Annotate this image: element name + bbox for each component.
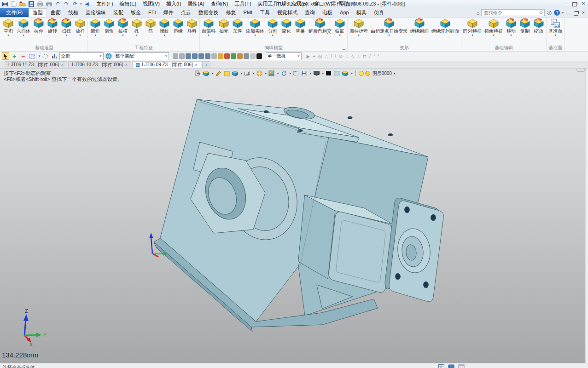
- chevron-down-icon[interactable]: ▾: [339, 34, 341, 37]
- menu-item-4[interactable]: 属性(A): [184, 0, 208, 8]
- 3d-model-part[interactable]: [0, 69, 588, 363]
- monitor-view-icon[interactable]: [448, 364, 454, 368]
- chevron-down-icon[interactable]: ▾: [388, 34, 390, 37]
- list-view-2-icon[interactable]: [192, 53, 198, 59]
- help-icon[interactable]: ?: [554, 10, 560, 16]
- pick-cursor-icon[interactable]: [2, 52, 9, 60]
- ribbon-button-1-5[interactable]: 螺纹▾: [157, 18, 171, 37]
- close-icon[interactable]: ×: [125, 62, 128, 68]
- list-view-4-icon[interactable]: [205, 53, 210, 59]
- ribbon-tab-4[interactable]: 装配: [110, 8, 127, 17]
- menu-item-6[interactable]: 工具(T): [231, 0, 254, 8]
- chevron-down-icon[interactable]: ▾: [554, 34, 556, 37]
- chevron-down-icon[interactable]: ▾: [493, 34, 495, 37]
- ribbon-tab-2[interactable]: 线框: [64, 8, 82, 17]
- document-tab-1[interactable]: LJT06.10.Z3 - [零件-006]×: [68, 61, 131, 68]
- menu-item-3[interactable]: 插入(I): [163, 0, 184, 8]
- ribbon-tab-14[interactable]: 查询: [301, 8, 319, 17]
- folder-icon[interactable]: [218, 53, 223, 59]
- ribbon-tab-5[interactable]: 钣金: [127, 8, 145, 17]
- ribbon-tab-0[interactable]: 造型: [29, 8, 47, 17]
- chevron-down-icon[interactable]: ▾: [254, 34, 256, 37]
- scope-dropdown[interactable]: 整个装配▾: [114, 52, 169, 60]
- filter-chart-icon[interactable]: [51, 52, 58, 60]
- chevron-down-icon[interactable]: ▾: [358, 34, 360, 37]
- ribbon-button-4-4[interactable]: 缩放: [532, 18, 546, 37]
- ribbon-tab-16[interactable]: App: [336, 8, 353, 17]
- unlink-icon[interactable]: [179, 53, 185, 59]
- ribbon-button-4-3[interactable]: 复制: [518, 18, 532, 37]
- chevron-down-icon[interactable]: ▾: [94, 34, 96, 37]
- remove-selection-icon[interactable]: −: [19, 52, 27, 60]
- ribbon-button-1-2[interactable]: 拔模▾: [116, 18, 130, 37]
- menu-item-8[interactable]: 应用(p): [288, 0, 311, 8]
- ribbon-tab-3[interactable]: 直接编辑: [82, 8, 110, 17]
- ribbon-button-3-3[interactable]: 缠绕阵列到面: [430, 18, 460, 37]
- flag-icon[interactable]: [211, 53, 217, 59]
- home-icon[interactable]: ⌂: [477, 10, 480, 16]
- window-select-icon[interactable]: [28, 52, 35, 60]
- panel-collapse-handle[interactable]: [576, 69, 585, 72]
- ribbon-button-2-1[interactable]: 抽壳: [217, 18, 231, 37]
- ribbon-button-2-6[interactable]: 替换: [293, 18, 307, 37]
- ribbon-button-1-4[interactable]: 筋: [144, 18, 157, 37]
- ribbon-tab-8[interactable]: 点云: [177, 8, 195, 17]
- ribbon-button-4-2[interactable]: 移动▾: [504, 18, 518, 37]
- chevron-down-icon[interactable]: ▾: [163, 34, 165, 37]
- ribbon-tab-18[interactable]: 仿真: [370, 8, 388, 17]
- play-icon[interactable]: ◀: [83, 0, 91, 7]
- close-icon[interactable]: ×: [195, 62, 198, 68]
- ribbon-button-0-1[interactable]: 六面体▾: [15, 18, 32, 37]
- doc-close-button[interactable]: ×: [580, 10, 587, 16]
- lasso-select-icon[interactable]: [42, 52, 49, 60]
- ribbon-button-0-4[interactable]: 扫掠▾: [59, 18, 73, 37]
- chevron-down-icon[interactable]: ▾: [23, 34, 24, 37]
- window-layout-icon[interactable]: [458, 364, 465, 368]
- chevron-down-icon[interactable]: ▾: [136, 34, 138, 37]
- ribbon-button-5-0[interactable]: 312基准面▾: [547, 18, 564, 37]
- regen-icon[interactable]: ⟳: [71, 0, 79, 7]
- settings-gear-icon[interactable]: [547, 10, 552, 16]
- doc-restore-button[interactable]: [574, 12, 578, 16]
- menu-item-7[interactable]: 实用工具(U): [254, 0, 288, 8]
- assembly-globe-icon[interactable]: [105, 52, 112, 60]
- add-selection-icon[interactable]: +: [11, 52, 18, 60]
- save-icon[interactable]: [28, 0, 35, 7]
- file-menu-button[interactable]: 文件(F): [0, 8, 29, 17]
- team-icon[interactable]: [237, 53, 243, 59]
- ribbon-button-2-5[interactable]: 简化: [279, 18, 293, 37]
- plot-icon[interactable]: [45, 0, 52, 7]
- chevron-down-icon[interactable]: ▾: [472, 34, 473, 37]
- ribbon-tab-17[interactable]: 模具: [353, 8, 370, 17]
- restore-button[interactable]: [572, 2, 577, 6]
- ribbon-button-4-1[interactable]: 镜像特征▾: [483, 18, 504, 37]
- list-view-3-icon[interactable]: [198, 53, 204, 59]
- entity-filter-dropdown[interactable]: 全部▾: [59, 52, 104, 60]
- ribbon-button-1-6[interactable]: 唇缘: [171, 18, 185, 37]
- ribbon-button-1-1[interactable]: 倒角: [102, 18, 116, 37]
- menu-item-2[interactable]: 视图(V): [140, 0, 163, 8]
- chevron-down-icon[interactable]: ▾: [65, 34, 67, 37]
- new-document-tab-button[interactable]: +: [202, 61, 210, 68]
- graphics-viewport[interactable]: 按下<F2>动态的观察 <F8>或者<Shift-roll> 查找下一个有效的过…: [0, 69, 588, 363]
- ribbon-tab-11[interactable]: PMI: [240, 8, 256, 17]
- redo-icon[interactable]: ↷: [63, 0, 70, 7]
- ribbon-button-2-4[interactable]: 分割▾: [266, 18, 279, 37]
- ribbon-button-0-5[interactable]: 放样▾: [73, 18, 87, 37]
- ribbon-tab-1[interactable]: 曲面: [47, 8, 64, 17]
- export-icon[interactable]: [224, 53, 230, 59]
- menu-item-9[interactable]: 窗口(W): [311, 0, 336, 8]
- ribbon-tab-15[interactable]: 电极: [319, 8, 336, 17]
- ribbon-button-1-7[interactable]: 坯料: [185, 18, 199, 37]
- chevron-down-icon[interactable]: ▾: [208, 34, 210, 37]
- ribbon-tab-6[interactable]: FTI: [145, 8, 160, 17]
- ribbon-button-2-2[interactable]: 加厚: [231, 18, 245, 37]
- table-view-icon[interactable]: T: [438, 364, 444, 368]
- ribbon-button-1-3[interactable]: 孔▾: [130, 18, 144, 37]
- help-caret-icon[interactable]: ▾: [562, 11, 564, 15]
- ribbon-tab-12[interactable]: 工具: [256, 8, 274, 17]
- undo-icon[interactable]: ↶: [54, 0, 61, 7]
- ribbon-button-4-0[interactable]: 阵列特征▾: [462, 18, 483, 37]
- ribbon-button-2-3[interactable]: 添加实体▾: [245, 18, 266, 37]
- ribbon-button-3-2[interactable]: 缠绕到面: [409, 18, 430, 37]
